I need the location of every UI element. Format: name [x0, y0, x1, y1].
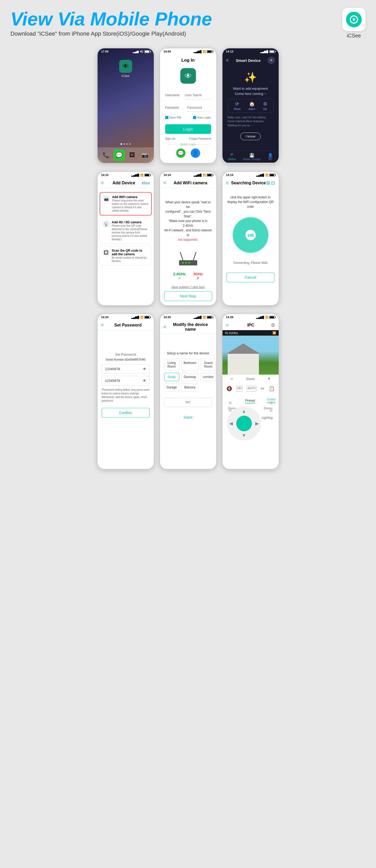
ptz-down-arrow[interactable]: ▼ — [242, 433, 247, 438]
searching-title: Searching Device — [231, 181, 266, 185]
qq-icon[interactable]: 👤 — [191, 149, 200, 158]
sd-menu-icon[interactable]: ≡ — [226, 58, 229, 63]
house-roof — [226, 343, 260, 354]
ptz-left-arrow[interactable]: ◀ — [229, 421, 233, 426]
room-guest-room[interactable]: GuestRoom — [201, 359, 216, 371]
sign-up-link[interactable]: Sign Up — [165, 137, 175, 140]
dock-photos[interactable]: 🖼 — [126, 150, 138, 161]
ptz-corner-tr[interactable]: ⊕ — [269, 408, 273, 413]
status-time-1: 17:58 — [101, 50, 109, 53]
device-name-input[interactable] — [164, 398, 212, 407]
tab-me[interactable]: 👤 Me — [268, 153, 273, 161]
sd-set[interactable]: ⚙ Set — [263, 101, 267, 111]
room-study[interactable]: Study — [164, 373, 179, 381]
wifi-2: 📶 — [203, 50, 206, 53]
dock-phone[interactable]: 📞 — [100, 150, 112, 161]
password-field-2[interactable]: 12345678 👁 — [102, 376, 150, 385]
router-icon — [175, 247, 201, 268]
gear-icon[interactable]: ⚙ — [271, 322, 275, 328]
confirm-button[interactable]: Confirm — [102, 408, 150, 418]
forgot-password-link[interactable]: Forgot Password — [189, 137, 211, 140]
problem-link[interactable]: Have problem ? click here — [164, 285, 212, 288]
back-button-8[interactable]: < — [164, 324, 167, 330]
auto-login-option[interactable]: Auto Login — [193, 116, 211, 119]
zoom-minus-button[interactable]: − — [230, 376, 233, 382]
nav-icon-qr[interactable]: ⊞ — [266, 180, 270, 186]
tab-device[interactable]: 📱 Device — [228, 153, 236, 161]
scan-qr-option[interactable]: 🔲 Scan the QR code to add the camera By … — [100, 246, 152, 266]
save-pw-checkbox[interactable] — [165, 116, 168, 119]
radar-svg: 100 — [230, 214, 271, 256]
login-button[interactable]: Login — [165, 124, 211, 134]
add-wifi-camera-option[interactable]: 📷 Add WiFi camera Please long-press the … — [100, 192, 152, 216]
sd-share[interactable]: ⟳ Share — [234, 101, 241, 111]
smart-device-screen: ≡ Smart Device + ✨ Want to add equipment… — [223, 55, 279, 163]
i-know-button[interactable]: I know — [240, 132, 261, 140]
back-button-7[interactable]: < — [101, 322, 104, 328]
pw1-eye-icon[interactable]: 👁 — [143, 367, 146, 371]
mute-icon[interactable]: 🔇 — [226, 386, 232, 392]
status-right-1: ▂▄▆ 4G — [133, 50, 150, 53]
username-label: Username — [165, 89, 211, 101]
zoom-plus-button[interactable]: + — [268, 376, 270, 382]
sd-alarm[interactable]: 🏠 Alarm — [249, 101, 255, 111]
room-balcony[interactable]: Balcony — [181, 383, 199, 392]
dock-messages[interactable]: 💬 — [113, 150, 125, 161]
tab-mobile-storage[interactable]: 💾 Mobile Storage — [243, 153, 260, 161]
searching-nav: < Searching Device ⊞ ⊡ — [223, 178, 279, 188]
battery-2 — [207, 50, 212, 53]
ipc-speed: 56.91KB/s — [225, 332, 238, 335]
phone-login: 14:04 ▂▄▆█ 📶 Log In 👁 Username Password — [160, 48, 217, 163]
ptz-corner-bl[interactable]: ⊕ — [228, 400, 232, 405]
auto-login-checkbox[interactable] — [193, 116, 196, 119]
ptz-up-arrow[interactable]: ▲ — [242, 409, 247, 414]
scissors-icon[interactable]: ✂ — [261, 386, 265, 392]
battery-1 — [144, 50, 150, 53]
cancel-button[interactable]: Cancel — [227, 273, 274, 282]
me-tab-icon: 👤 — [268, 153, 273, 158]
room-corridor[interactable]: corridor — [201, 373, 216, 381]
ptz-corner-tl[interactable]: ⊕ — [228, 408, 232, 413]
nav-icon-qr2[interactable]: ⊡ — [271, 180, 275, 186]
preset-label[interactable]: Preset — [245, 399, 255, 403]
battery-9 — [269, 316, 275, 319]
ptz-corner-br[interactable]: ⊕ — [269, 400, 273, 405]
room-doorway[interactable]: Doorway — [181, 373, 199, 381]
add-4g5g-camera-option[interactable]: 📡 Add 4G / 5G camera Please scan the QR … — [100, 218, 152, 244]
clipboard-icon[interactable]: 📋 — [269, 386, 274, 392]
sd-nav: ≡ Smart Device + — [223, 55, 279, 66]
save-pw-option[interactable]: Save PW — [165, 116, 181, 119]
wechat-icon[interactable]: 💬 — [176, 149, 185, 158]
auto-icon[interactable]: AUTO — [247, 386, 257, 392]
back-button-9[interactable]: < — [226, 322, 229, 328]
back-button-4[interactable]: < — [101, 180, 104, 186]
ptz-center-button[interactable] — [236, 416, 252, 431]
sd-bottom-tabs: 📱 Device 💾 Mobile Storage 👤 Me — [223, 151, 279, 163]
quick-login-divider: Quick Login — [165, 143, 211, 146]
save-pw-label: Save PW — [169, 116, 181, 119]
wifi-5: 📶 — [203, 174, 206, 177]
hd-icon[interactable]: HD — [236, 386, 242, 392]
signal-6: ▂▄▆█ — [256, 174, 264, 177]
room-living-room[interactable]: LivingRoom — [164, 359, 179, 371]
back-button-5[interactable]: < — [164, 180, 167, 186]
status-time-5: 14:14 — [164, 174, 171, 177]
lighting-tab[interactable]: Lighting — [262, 416, 273, 420]
dock-camera[interactable]: 📷 — [140, 150, 151, 161]
device-options-list: 📷 Add WiFi camera Please long-press the … — [97, 188, 154, 270]
ptz-right-arrow[interactable]: ▶ — [255, 421, 259, 426]
sd-plus-button[interactable]: + — [267, 57, 275, 64]
next-step-button[interactable]: Next Step — [164, 291, 212, 301]
icsee-app-icon[interactable] — [119, 60, 132, 73]
username-input[interactable] — [185, 91, 211, 99]
back-button-6[interactable]: < — [226, 180, 229, 186]
searching-screen: click the upper right button to display … — [223, 188, 279, 286]
password-input[interactable] — [187, 103, 211, 112]
room-bedroom[interactable]: Bedroom — [181, 359, 199, 371]
pw2-eye-icon[interactable]: 👁 — [143, 379, 146, 383]
room-grid: LivingRoom Bedroom GuestRoom Study Doorw… — [164, 359, 212, 392]
save-button[interactable]: Save — [164, 415, 212, 419]
more-button-4[interactable]: More — [142, 181, 150, 185]
room-garage[interactable]: Garage — [164, 383, 179, 392]
password-field-1[interactable]: 12345678 👁 — [102, 364, 150, 374]
